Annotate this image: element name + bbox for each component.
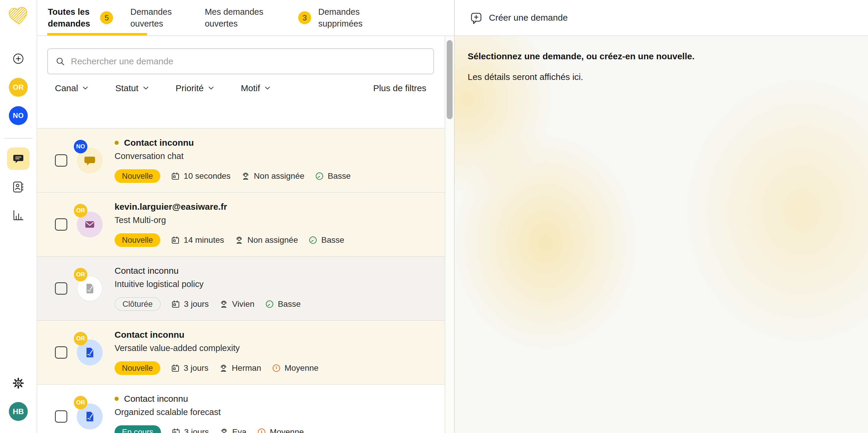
- ticket-row[interactable]: OR Contact inconnu Intuitive logistical …: [37, 257, 445, 321]
- empty-state-subtitle: Les détails seront affichés ici.: [468, 72, 868, 82]
- search-input[interactable]: [70, 56, 426, 67]
- ticket-avatar: OR: [77, 403, 103, 429]
- new-message-icon: [470, 11, 483, 24]
- tab-label: Toutes les demandes: [48, 6, 90, 30]
- age-label: 3 jours: [184, 427, 209, 433]
- tab-count-badge: 3: [298, 11, 311, 24]
- ticket-checkbox[interactable]: [55, 410, 67, 423]
- form-channel-icon: [83, 282, 96, 295]
- ticket-checkbox[interactable]: [55, 282, 67, 295]
- tab-mes-demandes-ouvertes[interactable]: Mes demandes ouvertes: [205, 6, 264, 30]
- org-avatar-or[interactable]: OR: [9, 78, 28, 97]
- tab-toutes-les-demandes[interactable]: Toutes les demandes 5: [48, 6, 113, 30]
- ticket-row[interactable]: NO Contact inconnu Conversation chat Nou…: [37, 129, 445, 193]
- ticket-list-panel: Canal Statut Priorité Motif Plus de filt…: [37, 36, 445, 433]
- ticket-text: kevin.larguier@easiware.fr Test Multi-or…: [115, 202, 344, 247]
- ticket-checkbox[interactable]: [55, 154, 67, 167]
- assignee-meta: Eva: [220, 427, 247, 433]
- age-meta: 14 minutes: [171, 235, 224, 245]
- priority-gauge-icon: [309, 236, 317, 244]
- detail-header: Créer une demande: [455, 0, 868, 35]
- more-filters-button[interactable]: Plus de filtres: [373, 83, 426, 93]
- tab-demandes-ouvertes[interactable]: Demandes ouvertes: [130, 6, 172, 30]
- filter-label: Statut: [115, 83, 138, 93]
- priority-meta: Moyenne: [272, 363, 318, 373]
- active-tab-underline: [47, 33, 147, 35]
- priority-label: Moyenne: [270, 427, 304, 433]
- filter-motif[interactable]: Motif: [241, 83, 270, 93]
- mini-avatar: OR: [74, 268, 87, 281]
- ticket-checkbox[interactable]: [55, 218, 67, 231]
- list-scrollbar-thumb[interactable]: [447, 40, 453, 119]
- mini-avatar: OR: [74, 396, 87, 409]
- left-rail: OR NO: [0, 0, 37, 433]
- ticket-subtitle: Intuitive logistical policy: [115, 279, 301, 289]
- ticket-meta: Nouvelle 14 minutes: [115, 233, 344, 247]
- gear-icon: [12, 377, 25, 390]
- ticket-subtitle: Test Multi-org: [115, 215, 344, 225]
- ticket-title: Contact inconnu: [124, 394, 188, 404]
- detail-panel: Créer une demande Sélectionnez une deman…: [455, 0, 868, 433]
- age-label: 14 minutes: [184, 235, 224, 245]
- age-meta: 10 secondes: [171, 171, 230, 181]
- agent-icon: [219, 364, 228, 372]
- age-meta: 3 jours: [171, 363, 209, 373]
- title-line: Contact inconnu: [115, 266, 301, 276]
- title-line: Contact inconnu: [115, 138, 351, 148]
- age-label: 3 jours: [184, 299, 209, 309]
- sidebar-item-requests[interactable]: [7, 147, 30, 170]
- tab-label: Mes demandes ouvertes: [205, 6, 264, 30]
- user-avatar[interactable]: HB: [9, 402, 28, 421]
- filter-label: Canal: [55, 83, 78, 93]
- priority-label: Basse: [328, 171, 351, 181]
- search-icon: [56, 57, 65, 66]
- ticket-text: Contact inconnu Intuitive logistical pol…: [115, 266, 301, 311]
- header-divider: [0, 35, 868, 36]
- tab-demandes-supprimees[interactable]: 3 Demandes supprimées: [298, 6, 363, 30]
- mini-avatar: NO: [74, 140, 87, 154]
- mini-avatar: OR: [74, 204, 87, 218]
- ticket-row[interactable]: OR kevin.larguier@easiware.fr Test Multi…: [37, 193, 445, 257]
- ticket-checkbox[interactable]: [55, 346, 67, 359]
- empty-state-title: Sélectionnez une demande, ou créez-en un…: [468, 51, 868, 61]
- org-avatar-no[interactable]: NO: [9, 106, 28, 125]
- priority-meta: Basse: [309, 235, 344, 245]
- status-badge: En cours: [115, 425, 161, 433]
- ticket-meta: En cours 3 jours E: [115, 425, 304, 433]
- ticket-title: Contact inconnu: [124, 138, 194, 148]
- tab-label: Demandes ouvertes: [130, 6, 172, 30]
- filter-statut[interactable]: Statut: [115, 83, 148, 93]
- tab-bar: Toutes les demandes 5 Demandes ouvertes …: [37, 0, 454, 35]
- ticket-meta: Clôturée 3 jours V: [115, 297, 301, 311]
- assignee-label: Vivien: [232, 299, 254, 309]
- list-scrollbar-track[interactable]: [445, 36, 455, 433]
- priority-gauge-icon: [315, 172, 324, 180]
- sidebar-item-reports[interactable]: [11, 208, 25, 223]
- age-label: 3 jours: [184, 363, 209, 373]
- sidebar-item-contacts[interactable]: [11, 180, 25, 194]
- ticket-avatar: NO: [77, 147, 103, 173]
- chevron-down-icon: [209, 87, 214, 90]
- filter-priorite[interactable]: Priorité: [176, 83, 214, 93]
- filter-canal[interactable]: Canal: [55, 83, 88, 93]
- ticket-title: Contact inconnu: [115, 266, 179, 276]
- filter-label: Motif: [241, 83, 260, 93]
- assignee-meta: Herman: [219, 363, 261, 373]
- title-line: Contact inconnu: [115, 330, 318, 340]
- ticket-row[interactable]: OR Contact inconnu Versatile value-added…: [37, 321, 445, 385]
- ticket-title: Contact inconnu: [115, 330, 185, 340]
- unread-dot: [115, 397, 119, 401]
- status-badge: Nouvelle: [115, 233, 160, 247]
- settings-button[interactable]: [11, 376, 25, 390]
- create-request-button[interactable]: Créer une demande: [470, 11, 568, 24]
- search-and-filters: Canal Statut Priorité Motif Plus de filt…: [37, 48, 445, 129]
- ticket-row[interactable]: OR Contact inconnu Organized scalable fo…: [37, 385, 445, 433]
- form-channel-icon: [83, 346, 96, 359]
- add-workspace-button[interactable]: [11, 52, 25, 65]
- priority-label: Basse: [278, 299, 301, 309]
- priority-gauge-icon: [257, 428, 266, 433]
- form-channel-icon: [83, 410, 96, 423]
- filters-row: Canal Statut Priorité Motif Plus de filt…: [37, 83, 445, 93]
- chat-bubble-icon: [12, 153, 24, 165]
- agent-icon: [220, 428, 228, 433]
